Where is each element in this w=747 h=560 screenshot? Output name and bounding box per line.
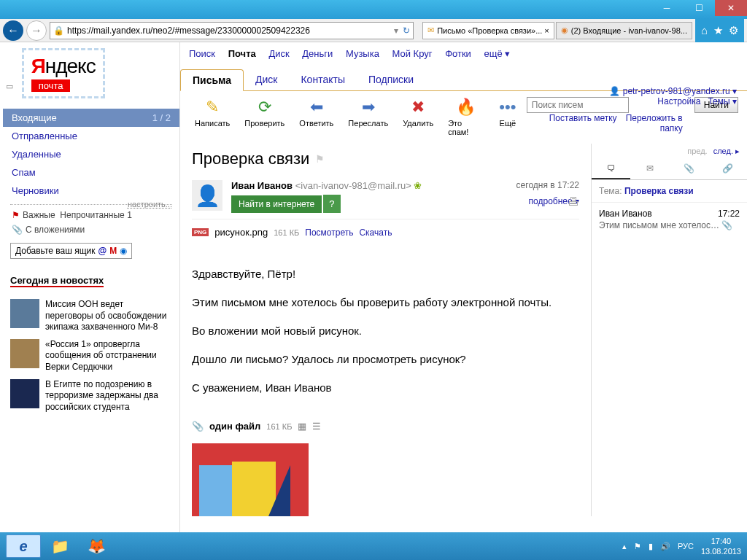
close-button[interactable]: ✕ — [715, 0, 747, 16]
attachment-view[interactable]: Посмотреть — [305, 228, 353, 238]
nav-more[interactable]: ещё ▾ — [484, 48, 510, 59]
more-button[interactable]: •••Ещё — [492, 97, 524, 128]
back-button[interactable]: ← — [3, 20, 23, 41]
print-icon[interactable]: 🖶 — [568, 195, 579, 209]
delete-icon: ✖ — [408, 97, 428, 117]
forward-button[interactable]: → — [26, 20, 47, 41]
home-icon[interactable]: ⌂ — [701, 24, 708, 36]
tab-mail[interactable]: ✉ — [630, 159, 669, 179]
flag-icon[interactable]: ⚑ — [634, 542, 641, 551]
more-icon: ••• — [498, 97, 518, 117]
news-item[interactable]: Миссия ООН ведет переговоры об освобожде… — [10, 299, 172, 333]
news-header[interactable]: Сегодня в новостях — [10, 275, 104, 287]
reply-button[interactable]: ⬅Ответить — [293, 97, 339, 128]
delete-button[interactable]: ✖Удалить — [397, 97, 439, 128]
tab-thread[interactable]: 🗨 — [592, 159, 630, 179]
settings-link[interactable]: Настройка — [657, 96, 700, 106]
attachment-size: 161 КБ — [274, 228, 299, 237]
news-list: Миссия ООН ведет переговоры об освобожде… — [3, 299, 179, 413]
network-icon[interactable]: ▮ — [649, 542, 653, 551]
volume-icon[interactable]: 🔊 — [660, 542, 670, 551]
folder-drafts[interactable]: Черновики — [3, 182, 179, 200]
fire-icon: 🔥 — [455, 97, 476, 117]
attachment-footer: 📎 один файл 161 КБ ▦ ☰ — [192, 416, 579, 436]
folder-spam[interactable]: Спам — [3, 163, 179, 182]
message-body: Здравствуйте, Пётр! Этим письмом мне хот… — [192, 245, 579, 416]
service-nav: Поиск Почта Диск Деньги Музыка Мой Круг … — [180, 42, 747, 62]
nav-disk[interactable]: Диск — [268, 48, 289, 59]
attachment-name: рисунок.png — [214, 227, 268, 238]
tab-letters[interactable]: Письма — [180, 69, 244, 91]
move-link[interactable]: Переложить в папку — [626, 113, 683, 133]
ie-taskbar-icon[interactable]: e — [6, 534, 41, 558]
nav-moikrug[interactable]: Мой Круг — [392, 48, 433, 59]
refresh-icon[interactable]: ↻ — [403, 26, 410, 36]
nav-money[interactable]: Деньги — [302, 48, 333, 59]
nav-mail[interactable]: Почта — [228, 48, 256, 59]
attachment-download[interactable]: Скачать — [359, 228, 392, 238]
browser-tab-1[interactable]: ✉Письмо «Проверка связи»... × — [422, 22, 554, 39]
sender-info: Иван Иванов <ivan-ivanov-981@mail.ru> ❀ — [231, 180, 422, 191]
explorer-taskbar-icon[interactable]: 📁 — [42, 534, 77, 558]
browser-tab-2[interactable]: ◉(2) Входящие - ivan-ivanov-98... — [556, 22, 692, 39]
tab-link[interactable]: 🔗 — [708, 159, 747, 179]
folder-attachments[interactable]: 📎С вложениями — [3, 222, 179, 237]
yandex-logo[interactable]: Яндекс почта — [22, 48, 105, 98]
flag-icon: ⚑ — [12, 210, 20, 220]
find-help-button[interactable]: ? — [323, 195, 340, 213]
add-mailbox-button[interactable]: Добавьте ваш ящик @M◉ — [10, 243, 132, 259]
clock[interactable]: 17:4013.08.2013 — [701, 536, 741, 557]
folder-trash[interactable]: Удаленные — [3, 145, 179, 163]
spam-button[interactable]: 🔥Это спам! — [442, 97, 489, 136]
firefox-taskbar-icon[interactable]: 🦊 — [79, 534, 114, 558]
address-bar[interactable]: 🔒 https://mail.yandex.ru/neo2/#message/2… — [50, 22, 414, 39]
folder-important[interactable]: ⚑Важные Непрочитанные 1 — [3, 208, 179, 222]
maximize-button[interactable]: ☐ — [683, 0, 715, 16]
list-view-icon[interactable]: ☰ — [312, 421, 321, 432]
collapse-icon[interactable]: ▭ — [6, 82, 13, 90]
forward-button[interactable]: ➡Переслать — [342, 97, 394, 128]
folder-inbox[interactable]: Входящие1 / 2 — [3, 109, 179, 127]
themes-link[interactable]: Темы ▾ — [708, 96, 737, 106]
attachment-row: PNG рисунок.png 161 КБ Посмотреть Скачат… — [192, 219, 579, 245]
nav-search[interactable]: Поиск — [189, 48, 215, 59]
paperclip-icon: 📎 — [12, 225, 23, 235]
browser-tools: ⌂ ★ ⚙ — [695, 19, 744, 42]
grid-view-icon[interactable]: ▦ — [298, 421, 306, 432]
attachment-preview[interactable] — [192, 443, 309, 516]
tab-subscriptions[interactable]: Подписки — [357, 69, 425, 90]
nav-fotki[interactable]: Фотки — [445, 48, 471, 59]
tab-contacts[interactable]: Контакты — [289, 69, 356, 90]
language-indicator[interactable]: РУС — [678, 542, 694, 551]
nav-music[interactable]: Музыка — [346, 48, 379, 59]
check-button[interactable]: ⟳Проверить — [239, 97, 290, 128]
window-titlebar: ─ ☐ ✕ — [0, 0, 747, 19]
message-header: 👤 Иван Иванов <ivan-ivanov-981@mail.ru> … — [192, 174, 579, 219]
dropdown-icon[interactable]: ▾ — [394, 26, 398, 36]
folder-sent[interactable]: Отправленные — [3, 127, 179, 145]
user-email[interactable]: petr-petrov-981@yandex.ru ▾ — [623, 86, 737, 96]
compose-button[interactable]: ✎Написать — [189, 97, 236, 128]
news-thumb — [10, 379, 39, 408]
tab-attach[interactable]: 📎 — [670, 159, 708, 179]
preview-message[interactable]: Иван Иванов17:22 Этим письмом мне хотело… — [592, 203, 747, 236]
preview-tabs: 🗨 ✉ 📎 🔗 — [592, 159, 747, 180]
taskbar: e 📁 🦊 ▴ ⚑ ▮ 🔊 РУС 17:4013.08.2013 — [0, 532, 747, 560]
reply-icon: ⬅ — [306, 97, 327, 117]
png-badge-icon: PNG — [192, 228, 209, 236]
next-link[interactable]: след. ▸ — [713, 147, 740, 156]
news-item[interactable]: «Россия 1» опровергла сообщения об отстр… — [10, 339, 172, 373]
tag-link[interactable]: Поставить метку — [549, 113, 617, 123]
tray-up-icon[interactable]: ▴ — [622, 542, 627, 551]
user-avatar-icon: 👤 — [609, 86, 620, 96]
flag-icon[interactable]: ⚑ — [315, 153, 325, 165]
news-item[interactable]: В Египте по подозрению в терроризме заде… — [10, 379, 172, 413]
prev-link[interactable]: пред. — [687, 147, 707, 156]
url-text: https://mail.yandex.ru/neo2/#message/233… — [67, 26, 394, 36]
find-internet-button[interactable]: Найти в интернете — [231, 195, 322, 213]
favorites-icon[interactable]: ★ — [713, 24, 723, 37]
settings-icon[interactable]: ⚙ — [729, 24, 738, 37]
main-content: Поиск Почта Диск Деньги Музыка Мой Круг … — [179, 42, 747, 532]
minimize-button[interactable]: ─ — [651, 0, 683, 16]
tab-disk[interactable]: Диск — [244, 69, 289, 90]
